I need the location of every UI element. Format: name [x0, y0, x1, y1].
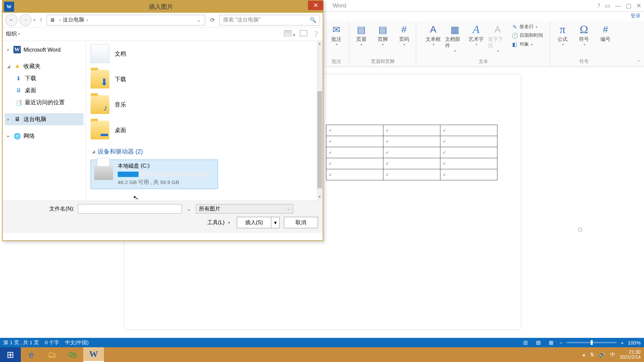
preview-pane-button[interactable]: [300, 30, 307, 38]
tray-volume-icon[interactable]: 🔊: [599, 352, 605, 358]
nav-up-button[interactable]: ↑: [38, 16, 45, 23]
nav-tree[interactable]: ▸WMicrosoft Word ◢★收藏夹 ⬇下载 🖥桌面 📑最近访问的位置 …: [3, 41, 86, 200]
nav-forward-button[interactable]: →: [19, 14, 32, 26]
tree-favorites[interactable]: ◢★收藏夹: [5, 60, 84, 72]
folder-music[interactable]: ♪音乐: [86, 92, 323, 117]
devices-header[interactable]: ◢设备和驱动器 (2): [86, 143, 323, 158]
help-icon[interactable]: ?: [597, 2, 600, 9]
tray-ime[interactable]: 中: [610, 352, 615, 358]
ribbon-pagenum[interactable]: #页码: [394, 23, 414, 46]
ribbon-signature[interactable]: ✎签名行: [512, 23, 543, 31]
ribbon-equation[interactable]: π公式: [553, 23, 572, 46]
taskbar-explorer[interactable]: 🗂: [42, 347, 62, 362]
tray-clock[interactable]: 21:30 2021/2/14: [620, 350, 641, 360]
file-list[interactable]: 文档 ⬇下载 ♪音乐 ▬桌面 ◢设备和驱动器 (2) 本地磁盘 (C:) 46.…: [86, 41, 323, 200]
tree-thispc[interactable]: ▸🖥这台电脑: [5, 113, 84, 125]
drive-detail: 46.2 GB 可用 , 共 59.9 GB: [118, 179, 214, 186]
drive-icon: [94, 164, 113, 180]
view-read-icon[interactable]: ▥: [521, 339, 530, 346]
ribbon-datetime[interactable]: 🕘日期和时间: [512, 32, 543, 40]
ribbon-parts[interactable]: ▦文档部件: [445, 23, 465, 53]
status-bar: 第 1 页 , 共 1 页 0 个字 中文(中国) ▥ ▤ ▦ − + 100%: [0, 338, 644, 347]
computer-icon: 🖥: [50, 17, 55, 23]
drive-usage-bar: [118, 172, 208, 177]
tray-show-hidden-icon[interactable]: ▴: [583, 352, 585, 358]
refresh-button[interactable]: ⟳: [207, 17, 217, 23]
start-button[interactable]: ⊞: [0, 347, 21, 362]
zoom-out-icon[interactable]: −: [559, 340, 562, 346]
insert-button[interactable]: 插入(S) ▾: [237, 217, 280, 228]
ribbon-group-comment: 批注: [332, 59, 341, 66]
filetype-dropdown[interactable]: 所有图片⌄: [196, 204, 293, 214]
folder-documents[interactable]: 文档: [86, 41, 323, 66]
dialog-close-button[interactable]: ✕: [308, 1, 323, 10]
tray-network-icon[interactable]: ⇅: [590, 352, 594, 358]
help-button[interactable]: ❔: [312, 31, 319, 38]
zoom-in-icon[interactable]: +: [621, 340, 624, 346]
ribbon-wordart[interactable]: A艺术字: [467, 23, 486, 53]
address-bar[interactable]: 🖥 这台电脑 › ⌄: [47, 15, 205, 25]
dialog-title: 插入图片: [149, 3, 173, 11]
tree-downloads[interactable]: ⬇下载: [5, 72, 84, 84]
ribbon-numbering[interactable]: #编号: [596, 23, 615, 46]
folder-desktop[interactable]: ▬桌面: [86, 117, 323, 143]
taskbar-word[interactable]: W: [83, 347, 104, 362]
nav-recent-icon[interactable]: ▾: [34, 18, 36, 22]
ribbon-display-icon[interactable]: ▭: [605, 2, 610, 9]
address-dropdown-icon[interactable]: ⌄: [195, 17, 202, 23]
ribbon-group-text: 文本: [479, 59, 488, 66]
tree-desktop[interactable]: 🖥桌面: [5, 84, 84, 97]
nav-back-button[interactable]: ←: [5, 14, 17, 26]
ribbon-group-symbol: 符号: [579, 59, 589, 66]
maximize-icon[interactable]: ▢: [626, 2, 632, 9]
status-page[interactable]: 第 1 页 , 共 1 页: [3, 340, 39, 346]
filename-input[interactable]: [78, 204, 182, 214]
minimize-icon[interactable]: —: [615, 2, 621, 9]
close-word-icon[interactable]: ✕: [636, 2, 641, 9]
document-table[interactable]: ↲↲↲ ↲↲↲ ↲↲↲ ↲↲↲ ↲↲↲: [326, 125, 497, 180]
collapse-ribbon-icon[interactable]: ⌃: [637, 59, 641, 65]
ribbon-header[interactable]: ▤页眉: [352, 23, 371, 46]
status-lang[interactable]: 中文(中国): [65, 340, 89, 346]
zoom-slider[interactable]: [567, 342, 617, 343]
taskbar-ie[interactable]: e: [21, 347, 42, 362]
table-resize-handle[interactable]: [579, 228, 582, 231]
ribbon-object[interactable]: ◧对象: [512, 40, 543, 48]
search-box[interactable]: 搜索 "这台电脑" 🔍: [219, 15, 320, 25]
word-title: Word: [333, 2, 346, 9]
zoom-level[interactable]: 100%: [628, 340, 641, 346]
tools-menu[interactable]: 工具(L)▾: [205, 218, 233, 228]
dialog-titlebar[interactable]: W 插入图片 ✕: [3, 1, 323, 13]
filename-dropdown-icon[interactable]: ⌄: [185, 206, 193, 212]
view-web-icon[interactable]: ▦: [547, 339, 555, 346]
breadcrumb-item[interactable]: 这台电脑: [63, 16, 84, 23]
folder-downloads[interactable]: ⬇下载: [86, 66, 323, 92]
taskbar-store[interactable]: 🛍: [62, 347, 83, 362]
filename-label: 文件名(N):: [7, 205, 74, 213]
insert-picture-dialog: W 插入图片 ✕ ← → ▾ ↑ 🖥 这台电脑 › ⌄ ⟳ 搜索 "这台电脑" …: [2, 0, 323, 241]
search-placeholder: 搜索 "这台电脑": [223, 16, 261, 23]
ribbon-comment[interactable]: ✉批注: [327, 23, 346, 46]
tree-network[interactable]: ▸🌐网络: [5, 130, 84, 142]
ribbon-symbol[interactable]: Ω符号: [574, 23, 594, 46]
organize-menu[interactable]: 组织▾: [6, 31, 20, 38]
ribbon-dropcap[interactable]: A首字下沉: [488, 23, 507, 53]
view-mode-button[interactable]: ▾: [284, 30, 295, 38]
insert-dropdown-icon[interactable]: ▾: [271, 217, 279, 228]
search-icon: 🔍: [310, 17, 316, 23]
tree-recent[interactable]: 📑最近访问的位置: [5, 97, 84, 109]
word-app-icon: W: [4, 2, 14, 12]
drive-name: 本地磁盘 (C:): [118, 163, 214, 170]
cancel-button[interactable]: 取消: [284, 217, 318, 228]
ribbon-textbox[interactable]: A文本框: [424, 23, 443, 53]
drive-c[interactable]: 本地磁盘 (C:) 46.2 GB 可用 , 共 59.9 GB: [91, 160, 218, 189]
ribbon-group-headerfooter: 页眉和页脚: [371, 59, 394, 66]
ribbon: ✉批注 批注 ▤页眉 ▤页脚 #页码 页眉和页脚 A文本框 ▦文档部件 A艺术字…: [324, 21, 644, 67]
taskbar: ⊞ e 🗂 🛍 W ▴ ⇅ 🔊 中 21:30 2021/2/14: [0, 347, 644, 362]
view-print-icon[interactable]: ▤: [534, 339, 543, 346]
file-scrollbar[interactable]: ▴ ▾: [317, 41, 323, 200]
status-words[interactable]: 0 个字: [45, 340, 59, 346]
tree-word[interactable]: ▸WMicrosoft Word: [5, 44, 84, 56]
ribbon-footer[interactable]: ▤页脚: [373, 23, 392, 46]
login-link[interactable]: 登录: [631, 13, 641, 18]
